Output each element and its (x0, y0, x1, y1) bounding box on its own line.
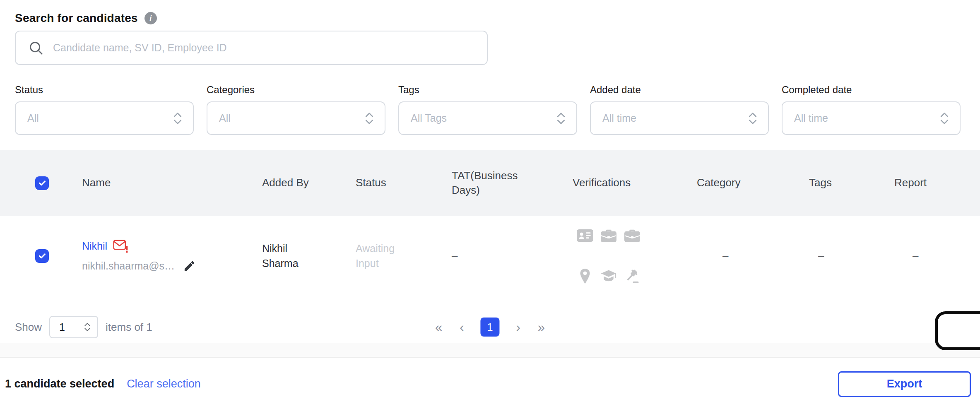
selection-count-text: 1 candidate selected (5, 378, 114, 390)
report-cell: – (874, 216, 980, 296)
column-header-name: Name (62, 150, 242, 216)
completed-date-select[interactable]: All time (782, 101, 961, 135)
current-page-button[interactable]: 1 (481, 318, 500, 337)
added-date-select[interactable]: All time (590, 101, 769, 135)
candidates-table: Name Added By Status TAT(Business Days) … (0, 150, 980, 296)
filter-label: Added date (590, 84, 769, 96)
check-icon (38, 251, 47, 260)
verifications-cell (553, 216, 677, 296)
filter-label: Categories (207, 84, 385, 96)
briefcase-icon (600, 229, 617, 243)
column-header-tat: TAT(Business Days) (432, 150, 553, 216)
highlight-box (935, 311, 980, 350)
graduation-cap-icon (600, 269, 617, 283)
chevron-updown-icon (365, 111, 374, 125)
check-icon (38, 178, 47, 188)
select-all-checkbox[interactable] (35, 176, 49, 190)
first-page-button[interactable]: « (434, 321, 443, 334)
stepper-updown-icon (84, 321, 91, 333)
id-card-icon (577, 229, 593, 243)
candidate-name-link[interactable]: Nikhil (82, 240, 107, 252)
chevron-updown-icon (748, 111, 757, 125)
filter-tags: Tags All Tags (398, 84, 577, 135)
category-cell: – (677, 216, 789, 296)
row-checkbox[interactable] (35, 249, 49, 263)
selection-bar: 1 candidate selected Clear selection Exp… (0, 358, 980, 409)
chevron-updown-icon (556, 111, 566, 125)
filter-categories: Categories All (207, 84, 385, 135)
location-pin-icon (577, 269, 593, 283)
column-header-report: Report (874, 150, 980, 216)
footer-divider (0, 343, 980, 358)
tags-select[interactable]: All Tags (398, 101, 577, 135)
filter-status: Status All (15, 84, 194, 135)
prev-page-button[interactable]: ‹ (459, 321, 465, 334)
info-icon[interactable]: i (144, 12, 157, 24)
filter-label: Status (15, 84, 194, 96)
pagination-row: Show 1 items of 1 « ‹ 1 › » (0, 315, 980, 339)
chevron-updown-icon (940, 111, 949, 125)
filter-completed-date: Completed date All time (782, 84, 961, 135)
column-header-status: Status (336, 150, 432, 216)
filter-label: Tags (398, 84, 577, 96)
candidates-page: Search for candidates i Status All Categ… (0, 0, 980, 409)
filter-label: Completed date (782, 84, 961, 96)
search-icon (28, 40, 44, 56)
candidate-email: nikhil.shaarma@s… (82, 260, 175, 272)
table-header: Name Added By Status TAT(Business Days) … (0, 150, 980, 216)
column-header-tags: Tags (789, 150, 874, 216)
next-page-button[interactable]: › (515, 321, 521, 334)
items-count-label: items of 1 (106, 321, 152, 334)
email-alert-icon (113, 240, 128, 253)
filters-row: Status All Categories All Tags All Tags … (15, 84, 980, 135)
column-header-added-by: Added By (242, 150, 336, 216)
table-row: Nikhil nikhil.shaarma@s… Nikhil Sharma (0, 216, 980, 296)
edit-email-icon[interactable] (183, 260, 196, 272)
page-size-stepper[interactable]: 1 (49, 316, 98, 338)
name-cell: Nikhil nikhil.shaarma@s… (62, 216, 242, 296)
status-cell: Awaiting Input (336, 216, 432, 296)
status-select[interactable]: All (15, 101, 194, 135)
clear-selection-link[interactable]: Clear selection (127, 378, 201, 390)
column-header-verifications: Verifications (553, 150, 677, 216)
column-header-category: Category (677, 150, 789, 216)
search-input[interactable] (53, 42, 474, 54)
page-title: Search for candidates (15, 12, 138, 25)
briefcase-icon (624, 229, 640, 243)
last-page-button[interactable]: » (537, 321, 546, 334)
tat-cell: – (432, 216, 553, 296)
added-by-cell: Nikhil Sharma (242, 216, 336, 296)
tags-cell: – (789, 216, 874, 296)
candidate-search-box (15, 31, 488, 65)
gavel-icon (624, 269, 640, 283)
show-label: Show (15, 321, 42, 334)
categories-select[interactable]: All (207, 101, 385, 135)
filter-added-date: Added date All time (590, 84, 769, 135)
chevron-updown-icon (173, 111, 182, 125)
export-button[interactable]: Export (838, 371, 971, 397)
